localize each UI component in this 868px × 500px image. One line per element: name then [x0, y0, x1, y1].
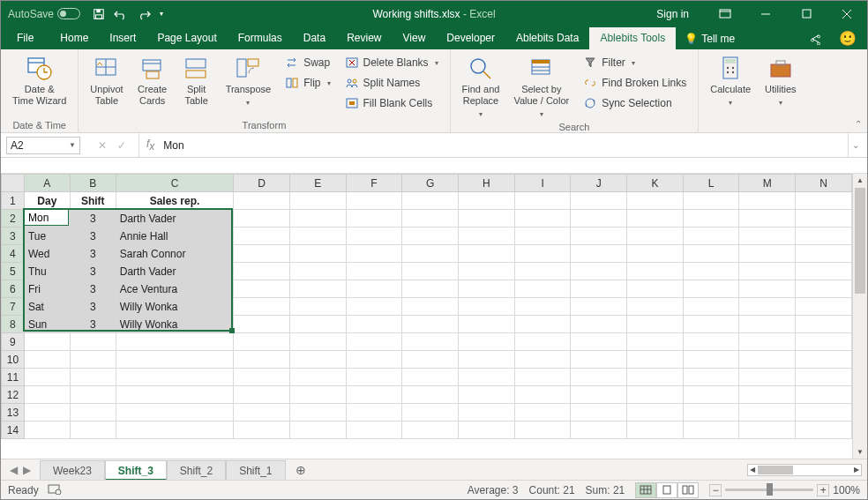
- cell-M14[interactable]: [739, 422, 796, 439]
- minimize-button[interactable]: [745, 1, 786, 26]
- cell-K14[interactable]: [627, 422, 684, 439]
- cell-N11[interactable]: [796, 369, 852, 386]
- cell-B9[interactable]: [70, 333, 116, 351]
- column-header-G[interactable]: G: [402, 175, 459, 192]
- cell-N14[interactable]: [796, 422, 852, 439]
- cell-G1[interactable]: [402, 192, 459, 210]
- column-header-C[interactable]: C: [116, 175, 234, 192]
- cell-F5[interactable]: [346, 263, 402, 280]
- split-table-button[interactable]: Split Table: [176, 51, 218, 108]
- cell-G3[interactable]: [402, 228, 459, 245]
- cell-J9[interactable]: [571, 333, 627, 351]
- cell-B13[interactable]: [70, 404, 116, 422]
- cell-K6[interactable]: [627, 280, 684, 298]
- cell-D7[interactable]: [234, 298, 290, 316]
- cell-I10[interactable]: [514, 351, 571, 369]
- cell-C6[interactable]: Ace Ventura: [116, 280, 234, 298]
- cell-G4[interactable]: [402, 245, 459, 263]
- cell-E12[interactable]: [289, 386, 346, 404]
- cell-G14[interactable]: [402, 422, 459, 439]
- cell-B1[interactable]: Shift: [70, 192, 116, 210]
- cell-F4[interactable]: [346, 245, 402, 263]
- column-header-H[interactable]: H: [459, 175, 515, 192]
- cell-B11[interactable]: [70, 369, 116, 386]
- cell-A2[interactable]: Mon: [24, 210, 70, 228]
- zoom-in-button[interactable]: +: [817, 484, 829, 496]
- cell-F10[interactable]: [346, 351, 402, 369]
- cell-F6[interactable]: [346, 280, 402, 298]
- macro-recorder-icon[interactable]: [48, 483, 62, 497]
- cell-F13[interactable]: [346, 404, 402, 422]
- cell-M3[interactable]: [739, 228, 796, 245]
- cell-C11[interactable]: [116, 369, 234, 386]
- cell-I8[interactable]: [514, 316, 571, 333]
- cell-C10[interactable]: [116, 351, 234, 369]
- cell-J1[interactable]: [571, 192, 627, 210]
- cell-F9[interactable]: [346, 333, 402, 351]
- cell-K3[interactable]: [627, 228, 684, 245]
- cell-H7[interactable]: [459, 298, 515, 316]
- row-header-8[interactable]: 8: [2, 316, 25, 333]
- cell-N6[interactable]: [796, 280, 852, 298]
- row-header-12[interactable]: 12: [2, 386, 25, 404]
- cell-B14[interactable]: [70, 422, 116, 439]
- cell-J14[interactable]: [571, 422, 627, 439]
- cell-C14[interactable]: [116, 422, 234, 439]
- cell-L12[interactable]: [683, 386, 739, 404]
- cell-G10[interactable]: [402, 351, 459, 369]
- cell-K4[interactable]: [627, 245, 684, 263]
- enter-formula-icon[interactable]: ✓: [117, 139, 126, 152]
- cell-N9[interactable]: [796, 333, 852, 351]
- row-header-1[interactable]: 1: [2, 192, 25, 210]
- filter-button[interactable]: Filter▾: [577, 53, 692, 72]
- sheet-tab-Shift_3[interactable]: Shift_3: [105, 460, 167, 481]
- column-header-E[interactable]: E: [289, 175, 346, 192]
- cell-A11[interactable]: [24, 369, 70, 386]
- tab-file[interactable]: File: [4, 27, 46, 49]
- cell-J8[interactable]: [571, 316, 627, 333]
- cell-L8[interactable]: [683, 316, 739, 333]
- find-replace-button[interactable]: Find and Replace▾: [456, 51, 506, 121]
- cell-C4[interactable]: Sarah Connor: [116, 245, 234, 263]
- cell-J7[interactable]: [571, 298, 627, 316]
- tab-home[interactable]: Home: [49, 27, 99, 49]
- cell-E9[interactable]: [289, 333, 346, 351]
- cell-H4[interactable]: [459, 245, 515, 263]
- cell-E5[interactable]: [289, 263, 346, 280]
- swap-button[interactable]: Swap: [279, 53, 336, 72]
- cell-I9[interactable]: [514, 333, 571, 351]
- expand-formula-bar-icon[interactable]: ⌄: [848, 133, 862, 157]
- horizontal-scrollbar[interactable]: ◀ ▶: [747, 464, 862, 476]
- cell-C12[interactable]: [116, 386, 234, 404]
- tab-insert[interactable]: Insert: [99, 27, 146, 49]
- cell-A13[interactable]: [24, 404, 70, 422]
- cell-H12[interactable]: [459, 386, 515, 404]
- scroll-left-icon[interactable]: ◀: [748, 465, 757, 475]
- delete-blanks-button[interactable]: Delete Blanks▾: [339, 53, 445, 72]
- cell-I3[interactable]: [514, 228, 571, 245]
- cell-M13[interactable]: [739, 404, 796, 422]
- cell-H6[interactable]: [459, 280, 515, 298]
- cell-G2[interactable]: [402, 210, 459, 228]
- cell-G12[interactable]: [402, 386, 459, 404]
- cell-C7[interactable]: Willy Wonka: [116, 298, 234, 316]
- cell-A4[interactable]: Wed: [24, 245, 70, 263]
- cell-G5[interactable]: [402, 263, 459, 280]
- cell-H11[interactable]: [459, 369, 515, 386]
- cell-B2[interactable]: 3: [70, 210, 116, 228]
- cell-G8[interactable]: [402, 316, 459, 333]
- cell-H14[interactable]: [459, 422, 515, 439]
- cell-M1[interactable]: [739, 192, 796, 210]
- cell-N2[interactable]: [796, 210, 852, 228]
- column-header-L[interactable]: L: [683, 175, 739, 192]
- scroll-down-icon[interactable]: ▼: [853, 445, 867, 459]
- row-header-11[interactable]: 11: [2, 369, 25, 386]
- column-header-M[interactable]: M: [739, 175, 796, 192]
- cell-L9[interactable]: [683, 333, 739, 351]
- redo-icon[interactable]: [137, 8, 151, 20]
- cell-J3[interactable]: [571, 228, 627, 245]
- cell-B4[interactable]: 3: [70, 245, 116, 263]
- cell-J13[interactable]: [571, 404, 627, 422]
- name-box[interactable]: A2▼: [6, 137, 80, 154]
- cell-M12[interactable]: [739, 386, 796, 404]
